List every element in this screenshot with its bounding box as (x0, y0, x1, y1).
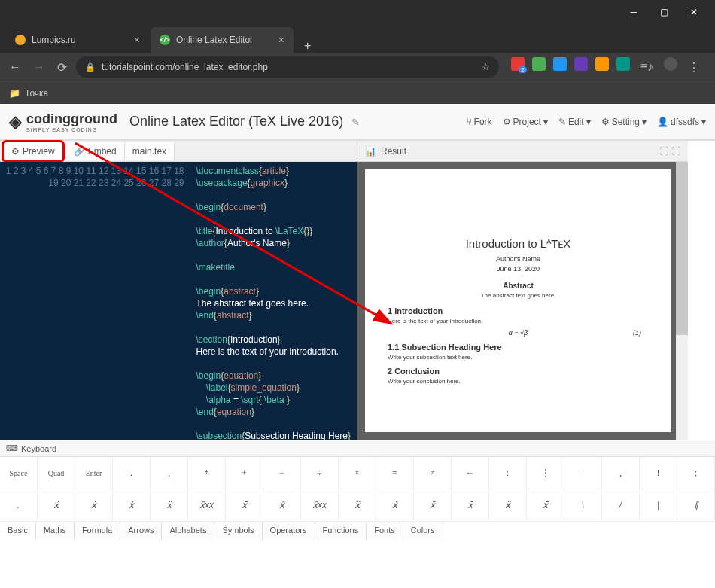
ext-icon[interactable] (595, 57, 609, 71)
keyboard-key[interactable]: ẍ (151, 489, 188, 521)
reload-button[interactable]: ⟳ (54, 57, 70, 78)
keyboard-category-tab[interactable]: Alphabets (162, 522, 214, 540)
keyboard-key[interactable]: ! (640, 457, 677, 489)
file-tab[interactable]: main.tex (125, 142, 175, 160)
keyboard-key[interactable]: x̄ (527, 489, 564, 521)
keyboard-category-tab[interactable]: Colors (403, 522, 443, 540)
close-icon[interactable]: × (134, 34, 140, 46)
user-menu[interactable]: 👤 dfssdfs ▾ (657, 117, 706, 127)
keyboard-key[interactable]: x̌ (376, 489, 414, 521)
keyboard-key[interactable]: + (226, 457, 263, 489)
star-icon[interactable]: ☆ (482, 62, 490, 72)
keyboard-key[interactable]: / (602, 489, 640, 521)
keyboard-key[interactable]: x́ (38, 489, 75, 521)
menu-button[interactable]: ⋮ (685, 57, 703, 78)
keyboard-key[interactable]: : (489, 457, 527, 489)
keyboard-key[interactable]: Enter (75, 457, 113, 489)
keyboard-key[interactable]: | (640, 489, 677, 521)
ext-icon[interactable] (532, 57, 546, 71)
bookmark-folder[interactable]: 📁 Точка (9, 88, 48, 99)
close-button[interactable]: ✕ (679, 1, 709, 23)
ext-icon[interactable] (616, 57, 630, 71)
doc-text: Here is the text of your introduction. (388, 318, 649, 324)
keyboard-categories: BasicMathsFormulaArrowsAlphabetsSymbolsO… (0, 522, 715, 540)
keyboard-key[interactable]: ẍ (339, 489, 376, 521)
keyboard-key[interactable]: ẍ (414, 489, 452, 521)
keyboard-key[interactable]: Quad (38, 457, 75, 489)
keyboard-category-tab[interactable]: Functions (315, 522, 367, 540)
close-icon[interactable]: × (278, 34, 284, 46)
expand-icon[interactable]: ⛶ (659, 146, 668, 157)
keyboard-key[interactable]: , (602, 457, 640, 489)
keyboard-key[interactable]: × (339, 457, 376, 489)
keyboard-key[interactable]: x̄ (226, 489, 263, 521)
scrollbar-thumb[interactable] (676, 162, 688, 335)
keyboard-category-tab[interactable]: Fonts (367, 522, 403, 540)
preview-tab[interactable]: ⚙ Preview (2, 140, 65, 163)
doc-abstract-heading: Abstract (388, 282, 649, 290)
keyboard-category-tab[interactable]: Basic (0, 522, 36, 540)
keyboard-key[interactable]: − (263, 457, 301, 489)
keyboard-key[interactable]: Space (0, 457, 38, 489)
keyboard-key[interactable]: . (0, 489, 38, 521)
keyboard-key[interactable]: ; (677, 457, 715, 489)
logo-subtitle: SIMPLY EASY CODING (26, 127, 117, 133)
keyboard-key[interactable]: ẍ (489, 489, 527, 521)
minimize-button[interactable]: ─ (619, 1, 649, 23)
keyboard-key[interactable]: ÷ (301, 457, 339, 489)
keyboard-key[interactable]: ⋮ (527, 457, 564, 489)
keyboard-key[interactable]: = (376, 457, 414, 489)
keyboard-key[interactable]: ≠ (414, 457, 452, 489)
bookmarks-bar: 📁 Точка (0, 81, 715, 104)
url-text: tutorialspoint.com/online_latex_editor.p… (102, 62, 268, 72)
browser-tab[interactable]: </> Online Latex Editor × (151, 27, 294, 53)
new-tab-button[interactable]: + (295, 39, 320, 53)
ext-icon[interactable] (553, 57, 567, 71)
url-input[interactable]: 🔒 tutorialspoint.com/online_latex_editor… (76, 56, 499, 78)
keyboard-key[interactable]: x̂ (263, 489, 301, 521)
keyboard-key[interactable]: \ (564, 489, 602, 521)
ext-icon[interactable] (574, 57, 588, 71)
doc-section: 2 Conclusion (388, 367, 649, 376)
edit-icon[interactable]: ✎ (351, 117, 360, 128)
back-button[interactable]: ← (6, 57, 24, 77)
playlist-icon[interactable]: ≡♪ (637, 57, 656, 78)
code-content: \documentclass{article} \usepackage{grap… (190, 162, 358, 440)
keyboard-row: .x́x̀ẋẍx͂xxx̄x̂x͂xxẍx̌ẍx̄ẍx̄\/|∥ (0, 489, 715, 522)
keyboard-key[interactable]: * (188, 457, 226, 489)
keyboard-category-tab[interactable]: Symbols (214, 522, 262, 540)
content-area: ⚙ Preview 🔗 Embed main.tex 1 2 3 4 5 6 7… (0, 140, 715, 440)
keyboard-key[interactable]: ẋ (113, 489, 151, 521)
fullscreen-icon[interactable]: ⛶ (671, 146, 680, 157)
keyboard-key[interactable]: x͂xx (301, 489, 339, 521)
keyboard-key[interactable]: , (151, 457, 188, 489)
bookmark-label: Точка (25, 88, 48, 99)
keyboard-key[interactable]: . (113, 457, 151, 489)
keyboard-category-tab[interactable]: Formula (75, 522, 120, 540)
maximize-button[interactable]: ▢ (649, 1, 679, 23)
logo[interactable]: ◈ codingground SIMPLY EASY CODING (9, 111, 117, 133)
ext-icon[interactable]: 2 (511, 57, 525, 71)
keyboard-key[interactable]: x̄ (452, 489, 489, 521)
keyboard-key[interactable]: ∥ (677, 489, 715, 521)
keyboard-category-tab[interactable]: Maths (36, 522, 75, 540)
editor-tabs: ⚙ Preview 🔗 Embed main.tex (0, 141, 357, 162)
forward-button[interactable]: → (30, 57, 48, 77)
browser-tab[interactable]: Lumpics.ru × (6, 27, 149, 53)
avatar[interactable] (664, 57, 677, 71)
keyboard-key[interactable]: x̀ (75, 489, 113, 521)
keyboard-key[interactable]: x͂xx (188, 489, 226, 521)
project-menu[interactable]: ⚙ Project ▾ (503, 117, 548, 127)
fork-button[interactable]: ⑂ Fork (467, 117, 492, 127)
keyboard-panel: ⌨ Keyboard SpaceQuadEnter.,*+−÷×=≠←:⋮',!… (0, 440, 715, 540)
setting-menu[interactable]: ⚙ Setting ▾ (601, 117, 647, 127)
keyboard-category-tab[interactable]: Arrows (120, 522, 162, 540)
edit-menu[interactable]: ✎ Edit ▾ (558, 117, 591, 127)
keyboard-category-tab[interactable]: Operators (263, 522, 315, 540)
embed-tab[interactable]: 🔗 Embed (66, 142, 125, 160)
browser-addressbar: ← → ⟳ 🔒 tutorialspoint.com/online_latex_… (0, 53, 715, 81)
code-editor[interactable]: 1 2 3 4 5 6 7 8 9 10 11 12 13 14 15 16 1… (0, 162, 357, 440)
keyboard-key[interactable]: ← (452, 457, 489, 489)
scrollbar[interactable] (676, 162, 688, 440)
keyboard-key[interactable]: ' (564, 457, 602, 489)
